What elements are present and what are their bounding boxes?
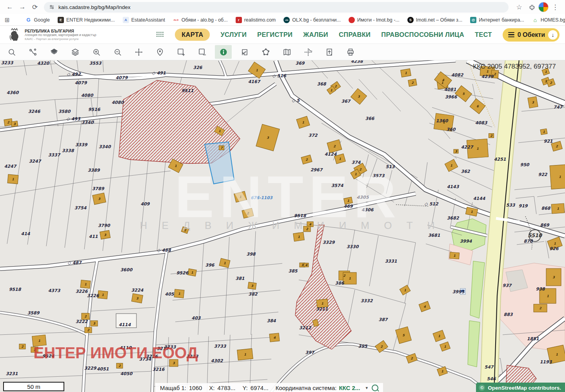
svg-text:3733: 3733 bbox=[214, 344, 227, 349]
svg-text:387: 387 bbox=[379, 317, 388, 322]
search-tool-icon[interactable] bbox=[3, 45, 20, 59]
svg-text:4144: 4144 bbox=[473, 196, 486, 201]
bookmark-imot[interactable]: Имоти - Imot.bg -... bbox=[349, 17, 400, 23]
apps-grid-icon[interactable]: ⊞ bbox=[5, 16, 10, 24]
svg-text:3790: 3790 bbox=[98, 223, 111, 228]
svg-text:919: 919 bbox=[519, 203, 528, 209]
nav-test[interactable]: ТЕСТ bbox=[475, 31, 492, 38]
svg-text:547: 547 bbox=[485, 365, 494, 370]
browser-toolbar: ← → ⟳ kais.cadastre.bg/bg/Map/Index ☆ ⋮ bbox=[0, 0, 565, 14]
identify-info-icon[interactable] bbox=[215, 45, 232, 59]
svg-text:870: 870 bbox=[524, 239, 533, 244]
apps-dots-icon[interactable] bbox=[156, 32, 164, 38]
svg-text:3247: 3247 bbox=[29, 159, 42, 164]
coordinate-axes-icon[interactable] bbox=[300, 45, 316, 59]
svg-text:9526: 9526 bbox=[176, 270, 189, 276]
bookmark-google[interactable]: GGoogle bbox=[25, 17, 50, 23]
cadastral-map[interactable]: 5510 32334320355340794079408040809511436… bbox=[0, 60, 565, 392]
extensions-icon[interactable] bbox=[526, 1, 538, 13]
bookmark-homes[interactable]: ⌂HOMES.bg - Имоти... bbox=[532, 17, 565, 23]
svg-text:1: 1 bbox=[256, 69, 258, 72]
svg-text:1: 1 bbox=[302, 121, 304, 124]
svg-text:414: 414 bbox=[21, 231, 31, 236]
statusbar-search-icon[interactable] bbox=[372, 385, 378, 391]
layers-filled-icon[interactable] bbox=[45, 45, 62, 59]
alo-favicon: ALO bbox=[173, 17, 179, 23]
svg-text:3681: 3681 bbox=[428, 233, 440, 238]
map-toolbar bbox=[0, 44, 565, 60]
svg-text:922: 922 bbox=[538, 172, 548, 177]
objects-button[interactable]: 0 Обекти ↓ bbox=[503, 28, 560, 42]
url-bar[interactable]: kais.cadastre.bg/bg/Map/Index bbox=[44, 2, 509, 13]
svg-text:3553: 3553 bbox=[89, 61, 102, 66]
bookmark-realistimo[interactable]: rrealistimo.com bbox=[236, 17, 276, 23]
nav-zhalbi[interactable]: ЖАЛБИ bbox=[303, 31, 328, 38]
bookmark-olx[interactable]: olxOLX.bg - безплатни... bbox=[283, 17, 341, 23]
svg-text:1: 1 bbox=[84, 283, 87, 286]
svg-text:360: 360 bbox=[447, 127, 456, 132]
crs-dropdown-icon[interactable]: ▾ bbox=[365, 385, 368, 390]
export-document-icon[interactable] bbox=[321, 45, 338, 59]
svg-text:533: 533 bbox=[506, 203, 516, 208]
imoti-net-favicon: S bbox=[407, 17, 414, 23]
svg-text:409: 409 bbox=[141, 201, 150, 207]
nav-spravki[interactable]: СПРАВКИ bbox=[339, 31, 371, 38]
nav-pravosposobni-litsa[interactable]: ПРАВОСПОСОБНИ ЛИЦА bbox=[381, 31, 464, 38]
building-outline-icon[interactable] bbox=[236, 45, 253, 59]
map-coordinates-display: ККС 2005 4783952, 697377 bbox=[473, 63, 556, 70]
bookmark-star-icon[interactable]: ☆ bbox=[513, 1, 525, 13]
svg-text:1: 1 bbox=[441, 370, 443, 373]
map-sheets-icon[interactable] bbox=[278, 45, 295, 59]
bookmark-alo[interactable]: ALOОбяви - alo.bg - об... bbox=[173, 17, 228, 23]
nav-registri[interactable]: РЕГИСТРИ bbox=[257, 31, 292, 38]
pan-tool-icon[interactable] bbox=[130, 45, 147, 59]
forward-icon[interactable]: → bbox=[16, 1, 28, 13]
svg-text:1: 1 bbox=[444, 345, 446, 348]
svg-text:3226: 3226 bbox=[87, 293, 100, 298]
bank-favicon: @ bbox=[470, 17, 476, 23]
imot-favicon bbox=[349, 17, 355, 23]
polygon-select-icon[interactable] bbox=[257, 45, 274, 59]
site-settings-icon[interactable] bbox=[49, 4, 55, 10]
crs-label: Координатна система: bbox=[276, 385, 337, 391]
measure-route-icon[interactable] bbox=[24, 45, 41, 59]
svg-text:4079: 4079 bbox=[116, 75, 128, 80]
browser-menu-icon[interactable]: ⋮ bbox=[549, 1, 561, 13]
svg-text:1: 1 bbox=[450, 164, 452, 167]
svg-text:1: 1 bbox=[559, 175, 561, 179]
svg-text:4124: 4124 bbox=[325, 152, 337, 157]
svg-text:9511: 9511 bbox=[182, 88, 194, 93]
svg-text:3216: 3216 bbox=[153, 367, 165, 372]
bookmark-enter[interactable]: ЕENTER Недвижими... bbox=[58, 17, 115, 23]
select-subtract-icon[interactable] bbox=[194, 45, 211, 59]
crs-select[interactable]: ККС 2... bbox=[339, 385, 360, 391]
bookmarks-bar: ⊞ GGoogle ЕENTER Недвижими... AEstateAss… bbox=[0, 14, 565, 26]
google-favicon: G bbox=[25, 17, 32, 23]
svg-text:4167: 4167 bbox=[248, 79, 261, 84]
zoom-in-icon[interactable] bbox=[88, 45, 105, 59]
layers-stack-icon[interactable] bbox=[67, 45, 84, 59]
svg-text:362: 362 bbox=[461, 169, 471, 174]
print-icon[interactable] bbox=[342, 45, 359, 59]
svg-text:4143: 4143 bbox=[447, 184, 460, 189]
agency-subtitle: Агенция по геодезия, картография и кадас… bbox=[25, 33, 96, 37]
nav-karta[interactable]: КАРТА bbox=[175, 29, 210, 41]
scale-bar: 50 m bbox=[3, 382, 64, 391]
nav-uslugi[interactable]: УСЛУГИ bbox=[220, 31, 247, 38]
svg-text:4083: 4083 bbox=[475, 120, 488, 125]
bookmark-estateassistant[interactable]: AEstateAssistant bbox=[123, 17, 165, 23]
back-icon[interactable]: ← bbox=[4, 1, 16, 13]
svg-text:397: 397 bbox=[305, 350, 315, 355]
zoom-out-icon[interactable] bbox=[109, 45, 126, 59]
url-text: kais.cadastre.bg/bg/Map/Index bbox=[58, 4, 131, 10]
select-add-icon[interactable] bbox=[173, 45, 189, 59]
bookmark-imoti-net[interactable]: SImoti.net – Обяви з... bbox=[407, 17, 462, 23]
location-pin-icon[interactable] bbox=[151, 45, 168, 59]
svg-text:3337: 3337 bbox=[48, 152, 61, 158]
bookmark-bank[interactable]: @Интернет банкира... bbox=[470, 17, 524, 23]
svg-text:926: 926 bbox=[550, 246, 559, 251]
svg-text:937: 937 bbox=[503, 283, 512, 288]
profile-avatar[interactable] bbox=[538, 2, 549, 12]
reload-icon[interactable]: ⟳ bbox=[29, 1, 41, 13]
svg-text:3682: 3682 bbox=[447, 216, 460, 221]
